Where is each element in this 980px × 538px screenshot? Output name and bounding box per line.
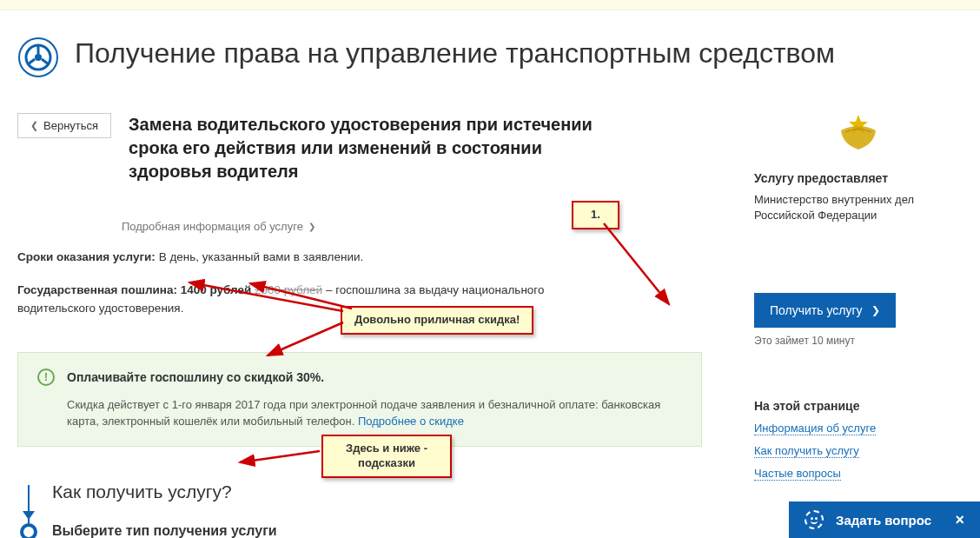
chevron-right-icon: ❯: [308, 222, 315, 231]
step-bullet-icon: [20, 523, 37, 538]
chat-face-icon: [805, 510, 824, 529]
chat-label: Задать вопрос: [836, 513, 931, 528]
arrow-down-icon: [23, 511, 35, 520]
service-title: Замена водительского удостоверения при и…: [129, 113, 598, 183]
chat-widget[interactable]: Задать вопрос ×: [789, 501, 980, 538]
on-page-label: На этой странице: [754, 399, 963, 413]
toc-link-faq[interactable]: Частые вопросы: [754, 467, 841, 481]
page-header: Получение права на управление транспортн…: [17, 37, 963, 78]
svg-point-2: [35, 54, 42, 61]
top-banner: [0, 0, 980, 10]
toc-link-howto[interactable]: Как получить услугу: [754, 444, 859, 458]
annotation-hints: Здесь и ниже - подсказки: [321, 435, 452, 478]
annotation-discount: Довольно приличная скидка!: [341, 306, 533, 335]
timing-line: Сроки оказания услуги: В день, указанный…: [17, 249, 702, 266]
toc-link-info[interactable]: Информация об услуге: [754, 422, 876, 435]
old-price: 2000 рублей: [255, 283, 322, 296]
discount-more-link[interactable]: Подробнее о скидке: [358, 415, 464, 428]
provides-label: Услугу предоставляет: [754, 171, 963, 185]
back-label: Вернуться: [43, 119, 98, 132]
discount-banner: ! Оплачивайте госпошлину со скидкой 30%.…: [17, 352, 702, 447]
page-title: Получение права на управление транспортн…: [75, 37, 835, 70]
steering-wheel-icon: [17, 37, 59, 78]
info-icon: !: [37, 369, 55, 386]
cta-note: Это займет 10 минут: [754, 335, 963, 347]
provider-name: Министерство внутренних дел Российской Ф…: [754, 192, 963, 223]
how-to-section: Как получить услугу? Выберите тип получе…: [17, 482, 702, 538]
emblem-icon: [754, 113, 963, 154]
chevron-right-icon: ❯: [871, 304, 880, 316]
annotation-1: 1.: [572, 201, 619, 229]
svg-line-5: [42, 59, 49, 64]
close-icon[interactable]: ×: [955, 511, 964, 529]
chevron-left-icon: ❮: [30, 120, 38, 131]
back-button[interactable]: ❮ Вернуться: [17, 113, 111, 138]
svg-line-4: [28, 59, 35, 64]
details-link[interactable]: Подробная информация об услуге ❯: [122, 220, 315, 233]
discount-title: Оплачивайте госпошлину со скидкой 30%.: [67, 370, 324, 384]
get-service-button[interactable]: Получить услугу ❯: [754, 293, 896, 328]
step1-title: Выберите тип получения услуги: [52, 523, 702, 538]
how-heading: Как получить услугу?: [52, 482, 702, 502]
